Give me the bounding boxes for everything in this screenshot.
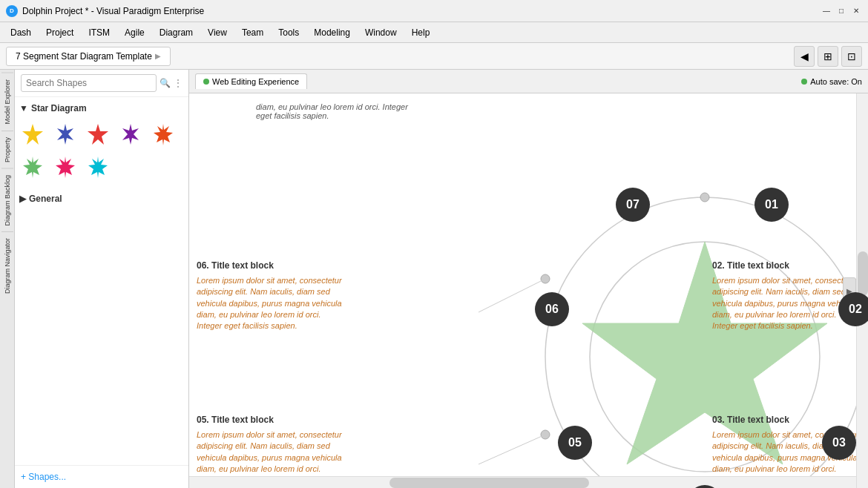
titlebar-title: Dolphin Project * - Visual Paradigm Ente… — [22, 6, 204, 16]
breadcrumb-tab[interactable]: 7 Segment Star Diagram Template ▶ — [6, 47, 171, 66]
shapes-panel: 🔍 ⋮ ▼ Star Diagram — [15, 70, 189, 488]
main: Model Explorer Property Diagram Backlog … — [0, 70, 868, 488]
horizontal-scrollbar-thumb[interactable] — [389, 478, 590, 488]
shapes-search-bar: 🔍 ⋮ — [15, 70, 188, 97]
breadcrumb-label: 7 Segment Star Diagram Template — [16, 51, 152, 62]
node-01: 01 — [754, 188, 789, 222]
search-input[interactable] — [21, 74, 157, 92]
category-general: ▶ General — [18, 191, 185, 207]
text-block-05-title: 05. Title text block — [197, 414, 345, 426]
node-07: 07 — [616, 188, 650, 222]
menu-project[interactable]: Project — [39, 24, 81, 41]
node-06: 06 — [535, 292, 569, 326]
menu-window[interactable]: Window — [358, 24, 404, 41]
shape-star-pink[interactable] — [50, 152, 80, 182]
menu-itsm[interactable]: ITSM — [81, 24, 117, 41]
svg-point-11 — [700, 193, 709, 202]
vertical-scrollbar-thumb[interactable] — [858, 251, 868, 296]
category-star-label: Star Diagram — [31, 103, 87, 113]
titlebar-left: D Dolphin Project * - Visual Paradigm En… — [6, 5, 204, 17]
tab-model-explorer[interactable]: Model Explorer — [1, 73, 13, 131]
shape-star-orange[interactable] — [148, 119, 178, 149]
shapes-content: ▼ Star Diagram — [15, 97, 188, 465]
maximize-button[interactable]: □ — [835, 5, 847, 17]
web-editing-tab[interactable]: Web Editing Experience — [195, 73, 307, 89]
menu-team[interactable]: Team — [234, 24, 271, 41]
text-block-06-title: 06. Title text block — [197, 260, 345, 272]
node-03: 03 — [822, 426, 856, 460]
shape-star-red[interactable] — [83, 119, 113, 149]
node-02: 02 — [838, 292, 868, 326]
side-tabs-left: Model Explorer Property Diagram Backlog … — [0, 70, 15, 488]
svg-marker-2 — [88, 124, 108, 145]
grid-icon[interactable]: ⊞ — [818, 46, 838, 67]
menu-agile[interactable]: Agile — [117, 24, 152, 41]
text-block-02: 02. Title text block Lorem ipsum dolor s… — [712, 260, 861, 332]
svg-marker-4 — [154, 124, 173, 145]
canvas-toolbar: Web Editing Experience Auto save: On — [189, 70, 868, 93]
menu-tools[interactable]: Tools — [271, 24, 306, 41]
category-general-header[interactable]: ▶ General — [18, 191, 185, 207]
tab-diagram-backlog[interactable]: Diagram Backlog — [1, 168, 13, 232]
shape-star-yellow[interactable] — [18, 119, 47, 149]
status-dot — [203, 79, 209, 85]
titlebar: D Dolphin Project * - Visual Paradigm En… — [0, 0, 868, 22]
category-general-label: General — [29, 194, 62, 204]
text-block-06: 06. Title text block Lorem ipsum dolor s… — [197, 260, 345, 332]
vertical-scrollbar[interactable] — [856, 93, 868, 488]
titlebar-controls[interactable]: — □ ✕ — [821, 5, 862, 17]
category-star-diagram: ▼ Star Diagram — [18, 100, 185, 185]
menubar: Dash Project ITSM Agile Diagram View Tea… — [0, 22, 868, 43]
expand-general-icon: ▶ — [19, 194, 26, 204]
menu-modeling[interactable]: Modeling — [306, 24, 358, 41]
toolbar-right: ◀ ⊞ ⊡ — [794, 46, 862, 67]
canvas-tab-label: Web Editing Experience — [212, 77, 299, 86]
autosave-label: Auto save: On — [810, 77, 862, 86]
panel-icon[interactable]: ⊡ — [841, 46, 862, 67]
category-star-header[interactable]: ▼ Star Diagram — [18, 100, 185, 116]
svg-marker-3 — [122, 124, 139, 145]
text-block-03-title: 03. Title text block — [712, 414, 861, 426]
svg-marker-6 — [56, 156, 75, 178]
svg-marker-5 — [23, 156, 42, 178]
autosave-dot — [801, 79, 807, 85]
svg-marker-0 — [22, 124, 43, 145]
search-icon: 🔍 — [160, 78, 171, 88]
node-05: 05 — [558, 426, 592, 460]
toolbar: 7 Segment Star Diagram Template ▶ ◀ ⊞ ⊡ — [0, 43, 868, 70]
text-block-02-title: 02. Title text block — [712, 260, 861, 272]
menu-dash[interactable]: Dash — [3, 24, 39, 41]
menu-view[interactable]: View — [200, 24, 234, 41]
svg-line-19 — [479, 435, 545, 464]
tab-property[interactable]: Property — [1, 131, 13, 168]
breadcrumb-arrow: ▶ — [155, 52, 161, 60]
minimize-button[interactable]: — — [821, 5, 832, 17]
add-shapes-button[interactable]: + Shapes... — [15, 465, 188, 488]
star-shapes-grid — [18, 116, 185, 185]
text-block-02-body: Lorem ipsum dolor sit amet, consectetur … — [712, 275, 861, 332]
canvas-toolbar-right: Auto save: On — [801, 77, 862, 86]
shape-star-purple[interactable] — [116, 119, 145, 149]
svg-marker-1 — [57, 124, 73, 145]
collapse-star-icon: ▼ — [19, 103, 28, 113]
more-icon[interactable]: ⋮ — [174, 78, 183, 88]
text-block-06-body: Lorem ipsum dolor sit amet, consectetur … — [197, 275, 345, 332]
menu-diagram[interactable]: Diagram — [152, 24, 200, 41]
canvas-area: Web Editing Experience Auto save: On dia… — [189, 70, 868, 488]
close-button[interactable]: ✕ — [850, 5, 862, 17]
shape-star-cyan[interactable] — [83, 152, 113, 182]
canvas[interactable]: diam, eu pulvinar leo lorem id orci. Int… — [189, 93, 868, 488]
shape-star-green[interactable] — [18, 152, 47, 182]
tab-diagram-navigator[interactable]: Diagram Navigator — [1, 231, 13, 300]
horizontal-scrollbar[interactable] — [189, 476, 856, 488]
menu-help[interactable]: Help — [404, 24, 438, 41]
back-icon[interactable]: ◀ — [794, 46, 815, 67]
app-logo: D — [6, 5, 18, 17]
shape-star-blue[interactable] — [50, 119, 80, 149]
svg-marker-7 — [88, 156, 108, 178]
